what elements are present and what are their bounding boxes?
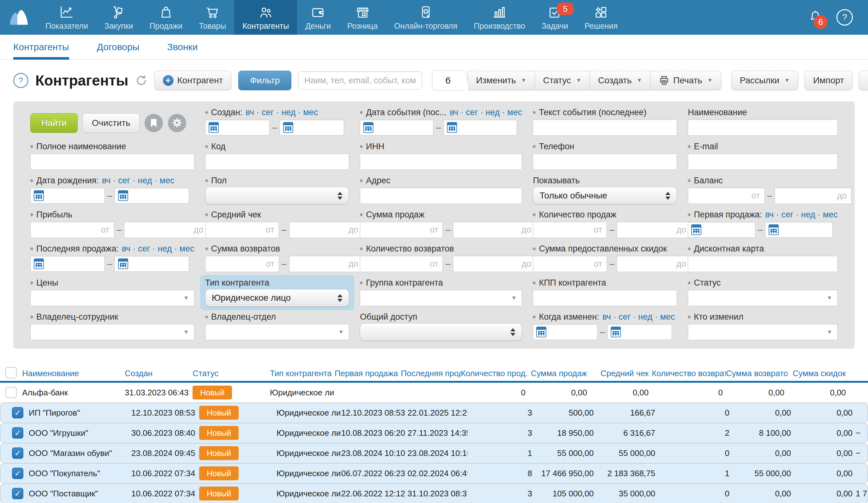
quick-link-1[interactable]: сег: [118, 176, 130, 185]
quick-link-2[interactable]: нед: [158, 244, 172, 253]
action-button-2[interactable]: Экспорт: [859, 71, 868, 90]
range-input-from[interactable]: [360, 255, 443, 272]
column-header-4[interactable]: Первая продажа: [334, 369, 401, 378]
text-input[interactable]: [30, 153, 194, 170]
column-header-0[interactable]: Наименование▲: [22, 369, 125, 378]
range-input-to[interactable]: [289, 255, 363, 272]
date-input-to[interactable]: [115, 256, 189, 272]
date-input-from[interactable]: [30, 256, 105, 272]
row-checkbox[interactable]: ✓: [12, 407, 23, 418]
text-input[interactable]: [533, 119, 677, 136]
quick-link-2[interactable]: нед: [485, 108, 500, 117]
column-header-5[interactable]: Последняя прода...: [401, 369, 461, 378]
range-input-to[interactable]: [617, 221, 691, 238]
range-input-from[interactable]: [30, 221, 114, 238]
quick-link-0[interactable]: вч: [765, 210, 774, 219]
text-input[interactable]: [533, 290, 677, 306]
date-input-to[interactable]: [115, 188, 189, 203]
table-row[interactable]: Альфа-банк31.03.2023 06:43НовыйЮридическ…: [0, 383, 868, 403]
nav-item-10[interactable]: Решения: [576, 0, 626, 35]
refresh-icon[interactable]: [135, 74, 147, 86]
action-button-0[interactable]: Рассылки▼: [731, 71, 798, 90]
column-header-9[interactable]: Количество возврат...: [652, 369, 726, 378]
range-input-from[interactable]: [205, 255, 279, 272]
range-input-from[interactable]: [533, 255, 607, 272]
range-input-from[interactable]: [533, 221, 607, 238]
range-input-from[interactable]: [688, 187, 764, 204]
quick-link-0[interactable]: вч: [102, 176, 111, 185]
menu-button-1[interactable]: Статус▼: [535, 71, 590, 90]
quick-link-3[interactable]: мес: [660, 312, 675, 322]
quick-link-2[interactable]: нед: [281, 108, 296, 117]
filter-button[interactable]: Фильтр: [238, 71, 291, 90]
combo-input[interactable]: ▼: [30, 324, 194, 340]
page-help-icon[interactable]: ?: [13, 73, 28, 88]
select-input[interactable]: [205, 187, 349, 205]
nav-item-4[interactable]: Контрагенты: [234, 0, 297, 35]
column-header-11[interactable]: Сумма скидок: [787, 369, 849, 378]
date-input-from[interactable]: [360, 119, 433, 135]
quick-link-0[interactable]: вч: [246, 108, 254, 117]
clear-button[interactable]: Очистить: [83, 113, 140, 133]
column-header-3[interactable]: Тип контрагента: [270, 369, 334, 378]
notifications-button[interactable]: 6: [808, 9, 823, 25]
date-input-from[interactable]: [30, 188, 105, 203]
select-input[interactable]: [360, 323, 522, 341]
date-input-from[interactable]: [205, 119, 270, 135]
date-input-from[interactable]: [688, 222, 755, 238]
filter-settings-button[interactable]: [168, 114, 186, 132]
quick-link-2[interactable]: нед: [138, 176, 152, 185]
row-checkbox[interactable]: ✓: [12, 488, 23, 499]
quick-link-3[interactable]: мес: [160, 176, 175, 185]
quick-link-1[interactable]: сег: [619, 312, 631, 322]
range-input-to[interactable]: [453, 221, 536, 238]
range-input-from[interactable]: [205, 221, 279, 238]
date-input-to[interactable]: [765, 222, 832, 238]
column-header-2[interactable]: Статус: [193, 369, 270, 378]
combo-input[interactable]: ▼: [205, 324, 349, 340]
search-input[interactable]: [298, 71, 422, 90]
quick-link-1[interactable]: сег: [781, 210, 793, 219]
row-checkbox[interactable]: ✓: [12, 427, 23, 439]
quick-link-2[interactable]: нед: [801, 210, 815, 219]
range-input-to[interactable]: [775, 187, 851, 204]
app-logo[interactable]: [0, 0, 37, 35]
row-checkbox[interactable]: ✓: [12, 468, 23, 479]
date-input-to[interactable]: [607, 324, 672, 340]
select-input[interactable]: Юридическое лицо: [205, 289, 349, 307]
quick-link-3[interactable]: мес: [507, 108, 522, 117]
find-button[interactable]: Найти: [30, 113, 78, 133]
nav-item-1[interactable]: Закупки: [96, 0, 142, 35]
quick-link-2[interactable]: нед: [638, 312, 652, 322]
quick-link-0[interactable]: вч: [122, 244, 130, 253]
quick-link-0[interactable]: вч: [450, 108, 458, 117]
quick-link-1[interactable]: сег: [262, 108, 273, 117]
select-all-checkbox[interactable]: [6, 367, 17, 378]
text-input[interactable]: [360, 187, 522, 204]
text-input[interactable]: [688, 119, 838, 136]
text-input[interactable]: [205, 153, 349, 170]
table-row[interactable]: ✓ООО "Игрушки"30.06.2023 08:40НовыйЮриди…: [0, 423, 868, 443]
quick-link-3[interactable]: мес: [179, 244, 194, 253]
quick-link-3[interactable]: мес: [823, 210, 838, 219]
text-input[interactable]: [360, 153, 522, 170]
date-input-from[interactable]: [533, 324, 597, 340]
column-header-1[interactable]: Создан: [125, 369, 193, 378]
nav-item-8[interactable]: Производство: [466, 0, 534, 35]
nav-item-3[interactable]: Товары: [190, 0, 234, 35]
column-header-8[interactable]: Средний чек: [590, 369, 652, 378]
column-header-10[interactable]: Сумма возвратов: [726, 369, 787, 378]
column-header-7[interactable]: Сумма продаж: [529, 369, 590, 378]
add-counterparty-button[interactable]: + Контрагент: [154, 71, 232, 90]
nav-item-9[interactable]: Задачи5: [534, 0, 576, 35]
quick-link-1[interactable]: сег: [466, 108, 478, 117]
table-row[interactable]: ✓ИП "Пирогов"12.10.2023 08:53НовыйЮридич…: [0, 403, 868, 423]
help-button[interactable]: ?: [836, 9, 853, 25]
menu-button-2[interactable]: Создать▼: [590, 71, 651, 90]
tab-dogovory[interactable]: Договоры: [97, 35, 140, 59]
nav-item-6[interactable]: Розница: [339, 0, 386, 35]
combo-input[interactable]: ▼: [360, 290, 522, 306]
range-input-to[interactable]: [289, 221, 363, 238]
table-row[interactable]: ✓ООО "Магазин обуви"23.08.2024 09:45Новы…: [0, 443, 868, 463]
action-button-1[interactable]: Импорт: [805, 71, 852, 90]
